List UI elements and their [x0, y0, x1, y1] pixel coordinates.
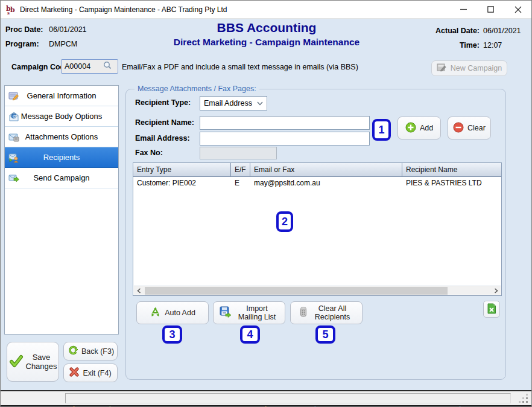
sidebar-item-general-information[interactable]: General Information — [5, 86, 118, 106]
annotation-5: 5 — [315, 325, 335, 344]
col-recipient-name: Recipient Name — [402, 163, 501, 176]
header-right: Actual Date:06/01/2021 Time:12:07 — [435, 24, 525, 53]
svg-text:b: b — [10, 6, 15, 14]
back-label: Back (F3) — [81, 347, 114, 356]
open-envelope-icon: @ — [8, 111, 19, 122]
annotation-4: 4 — [240, 325, 260, 344]
recipients-table: Entry Type E/F Email or Fax Recipient Na… — [133, 162, 502, 296]
panel-legend: Message Attachments / Fax Pages: — [135, 85, 259, 93]
auto-add-label: Auto Add — [165, 309, 195, 317]
title-bar: b b s Direct Marketing - Campaign Mainte… — [1, 1, 531, 19]
minimize-button[interactable] — [450, 1, 477, 18]
cell-recipient-name: PIES & PASTRIES LTD — [402, 177, 501, 189]
table-row[interactable]: Customer: PIE002 E may@ppsltd.com.au PIE… — [133, 177, 501, 189]
actual-date-label: Actual Date: — [435, 24, 480, 38]
envelope-attachment-icon — [8, 132, 19, 143]
recipient-type-select[interactable]: Email Address — [200, 96, 267, 111]
auto-add-button[interactable]: Auto Add — [136, 301, 209, 324]
save-changes-label: Save Changes — [26, 353, 57, 371]
campaign-description: Email/Fax a PDF and include a small text… — [122, 63, 358, 71]
actual-date-value: 06/01/2021 — [483, 24, 525, 38]
cell-email-or-fax: may@ppsltd.com.au — [250, 177, 402, 189]
import-mailing-list-label: Import Mailing List — [235, 304, 279, 321]
sidebar-item-attachments-options[interactable]: Attachments Options — [5, 127, 118, 147]
col-ef: E/F — [231, 163, 250, 176]
fax-no-label: Fax No: — [135, 149, 163, 157]
sidebar-nav: General Information @ Message Body Optio… — [4, 85, 119, 335]
time-label: Time: — [460, 38, 480, 53]
checkmark-icon — [9, 354, 24, 370]
recipient-type-value: Email Address — [204, 99, 252, 107]
app-window: b b s Direct Marketing - Campaign Mainte… — [0, 0, 532, 407]
add-button[interactable]: Add — [397, 117, 441, 139]
scroll-right-icon[interactable] — [491, 286, 501, 295]
resize-grip[interactable] — [517, 393, 529, 404]
svg-text:@: @ — [13, 113, 17, 118]
table-header: Entry Type E/F Email or Fax Recipient Na… — [133, 163, 501, 177]
campaign-code-input[interactable] — [62, 62, 103, 71]
back-button[interactable]: Back (F3) — [63, 342, 118, 361]
scroll-left-icon[interactable] — [134, 286, 144, 295]
clear-all-recipients-label: Clear All Recipients — [311, 304, 353, 321]
import-disk-icon — [220, 306, 232, 320]
sidebar-item-label: Attachments Options — [5, 132, 118, 141]
export-excel-button[interactable] — [483, 301, 500, 318]
window-title: Direct Marketing - Campaign Maintenance … — [20, 5, 227, 14]
plus-circle-icon — [405, 122, 416, 135]
cell-ef: E — [231, 177, 250, 189]
sidebar-item-message-body-options[interactable]: @ Message Body Options — [5, 106, 118, 127]
back-arrow-icon — [67, 345, 78, 357]
sidebar-item-send-campaign[interactable]: Send Campaign — [5, 168, 118, 188]
exit-label: Exit (F4) — [83, 369, 111, 377]
col-email-or-fax: Email or Fax — [250, 163, 402, 176]
clear-button[interactable]: Clear — [448, 117, 491, 139]
exit-button[interactable]: Exit (F4) — [63, 364, 118, 382]
close-button[interactable] — [504, 1, 531, 18]
recycle-icon — [150, 307, 161, 319]
annotation-3: 3 — [162, 325, 182, 344]
email-address-label: Email Address: — [135, 134, 190, 143]
email-address-input[interactable] — [200, 132, 370, 146]
form-pencil-icon — [8, 91, 19, 101]
bbs-logo-icon: b b s — [5, 4, 17, 15]
sidebar-item-recipients[interactable]: Recipients — [5, 147, 118, 168]
new-campaign-button[interactable]: New Campaign — [431, 60, 507, 76]
sidebar-item-label: General Information — [5, 91, 118, 100]
annotation-2: 2 — [276, 211, 293, 232]
scrollbar-thumb[interactable] — [145, 287, 448, 295]
sidebar-item-label: Message Body Options — [5, 112, 118, 121]
excel-icon — [487, 303, 496, 316]
clear-all-recipients-button[interactable]: Clear All Recipients — [290, 301, 363, 324]
minus-circle-icon — [453, 122, 464, 135]
import-mailing-list-button[interactable]: Import Mailing List — [213, 301, 285, 324]
send-envelope-icon — [8, 173, 19, 184]
recipient-name-label: Recipient Name: — [135, 118, 194, 127]
col-entry-type: Entry Type — [133, 163, 231, 176]
new-campaign-label: New Campaign — [451, 64, 502, 72]
svg-text:s: s — [7, 10, 10, 15]
red-x-icon — [69, 367, 79, 379]
time-value: 12:07 — [483, 38, 525, 53]
annotation-1: 1 — [372, 119, 391, 141]
eraser-icon — [299, 306, 308, 320]
fax-no-input — [200, 147, 277, 159]
clear-label: Clear — [467, 124, 486, 132]
new-campaign-icon — [437, 63, 447, 74]
chevron-down-icon — [257, 99, 263, 107]
envelope-person-icon — [8, 152, 19, 163]
cell-entry-type: Customer: PIE002 — [133, 177, 231, 189]
sidebar-item-label: Send Campaign — [5, 173, 118, 182]
maximize-button[interactable] — [477, 1, 504, 18]
search-icon[interactable] — [103, 60, 112, 72]
sidebar-item-label: Recipients — [5, 153, 118, 162]
status-message-box — [65, 393, 511, 403]
save-changes-button[interactable]: Save Changes — [7, 342, 59, 382]
horizontal-scrollbar[interactable] — [134, 286, 501, 295]
campaign-code-field[interactable] — [61, 59, 118, 74]
add-label: Add — [420, 124, 433, 132]
recipient-type-label: Recipient Type: — [135, 98, 191, 107]
recipient-name-input[interactable] — [200, 116, 370, 130]
